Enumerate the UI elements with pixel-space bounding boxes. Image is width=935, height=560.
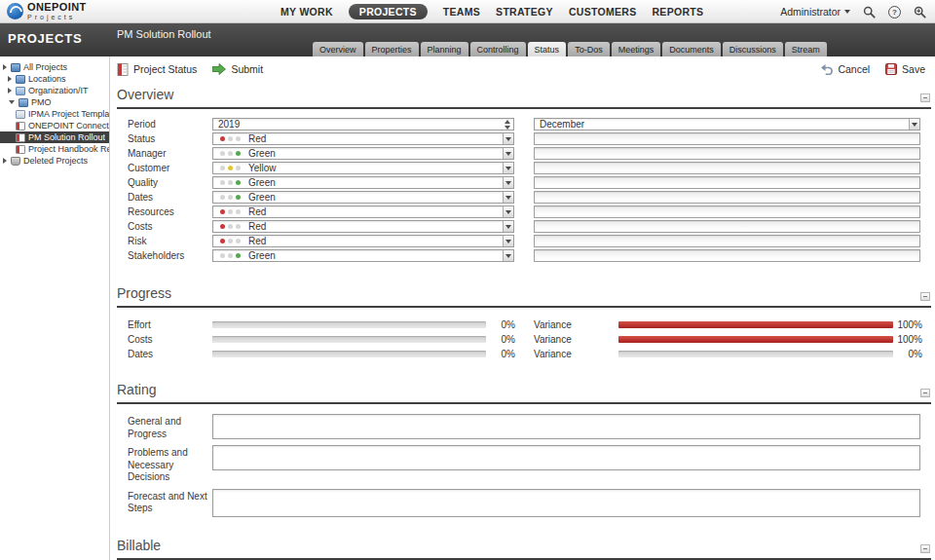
problems-and-necessary-decisions-textarea[interactable] (212, 445, 920, 470)
nav-teams[interactable]: TEAMS (443, 6, 480, 18)
sidebar-item-ipma-project-template[interactable]: IPMA Project Template (0, 108, 109, 120)
sidebar-item-locations[interactable]: Locations (0, 73, 109, 85)
onepoint-logo[interactable]: ONEPOINT Projects (0, 2, 87, 20)
forecast-and-next-steps-textarea[interactable] (212, 489, 920, 517)
dropdown-arrow-icon[interactable] (503, 177, 513, 188)
tab-controlling[interactable]: Controlling (470, 42, 526, 56)
collapse-billable-button[interactable] (920, 544, 930, 553)
chevron-down-icon (844, 10, 850, 14)
sidebar-item-onepoint-connect[interactable]: ONEPOINT Connect (0, 120, 109, 131)
variance-percent: 100% (897, 334, 922, 345)
collapse-rating-button[interactable] (920, 389, 930, 397)
dropdown-arrow-icon[interactable] (503, 133, 513, 144)
nav-projects[interactable]: PROJECTS (349, 4, 428, 19)
expander-icon[interactable] (3, 158, 7, 164)
nav-customers[interactable]: CUSTOMERS (569, 6, 637, 18)
sidebar-item-label: Project Handbook Revision (28, 144, 109, 154)
dropdown-arrow-icon[interactable] (503, 192, 513, 203)
manager-select[interactable]: Green (212, 147, 514, 160)
effort-variance-bar (618, 321, 893, 328)
resources-comment-input[interactable] (534, 205, 920, 218)
dropdown-arrow-icon[interactable] (503, 236, 513, 246)
quality-comment-input[interactable] (534, 176, 920, 189)
field-label: Manager (117, 148, 212, 159)
period-month-select[interactable]: December (534, 118, 920, 131)
sidebar-item-project-handbook-revision[interactable]: Project Handbook Revision (0, 143, 109, 155)
progress-row-dates: Dates0%Variance0% (117, 347, 935, 361)
sidebar-item-organization-it[interactable]: Organization/IT (0, 85, 109, 96)
collapse-progress-button[interactable] (920, 292, 930, 301)
dates-select[interactable]: Green (212, 191, 514, 204)
project-status-button[interactable]: Project Status (117, 63, 197, 76)
manager-comment-input[interactable] (534, 147, 920, 160)
traffic-light-icon (220, 136, 241, 141)
sidebar-item-deleted-projects[interactable]: Deleted Projects (0, 155, 109, 167)
spinner-arrows-icon[interactable] (505, 119, 510, 130)
save-button[interactable]: Save (885, 63, 925, 75)
customer-comment-input[interactable] (534, 162, 920, 174)
cancel-button[interactable]: Cancel (820, 63, 870, 75)
dropdown-arrow-icon[interactable] (503, 163, 513, 173)
user-menu[interactable]: Administrator (780, 6, 850, 18)
submit-button[interactable]: Submit (212, 63, 263, 75)
nav-strategy[interactable]: STRATEGY (496, 6, 553, 18)
effort-progress-bar (212, 321, 486, 328)
expander-icon[interactable] (8, 76, 12, 82)
progress-row-costs: Costs0%Variance100% (117, 332, 935, 347)
general-and-progress-textarea[interactable] (212, 414, 920, 439)
expander-icon[interactable] (8, 88, 12, 93)
sidebar-item-pm-solution-rollout[interactable]: PM Solution Rollout (0, 131, 109, 143)
select-value: Red (248, 236, 266, 246)
tab-meetings[interactable]: Meetings (612, 42, 661, 56)
tab-to-dos[interactable]: To-Dos (568, 42, 610, 56)
dropdown-arrow-icon[interactable] (503, 250, 513, 261)
resources-select[interactable]: Red (212, 205, 514, 218)
toolbar: Project Status Submit Cancel Save (110, 56, 935, 82)
tab-stream[interactable]: Stream (785, 42, 827, 56)
period-row: Period 2019 December (117, 117, 935, 131)
collapse-overview-button[interactable] (920, 93, 930, 102)
dates-comment-input[interactable] (534, 191, 920, 204)
project-status-label: Project Status (133, 63, 197, 75)
search-icon[interactable] (863, 6, 876, 19)
status-comment-input[interactable] (534, 132, 920, 145)
dropdown-arrow-icon[interactable] (909, 119, 919, 130)
progress-percent: 0% (490, 349, 515, 359)
sidebar-item-all-projects[interactable]: All Projects (0, 61, 109, 73)
main-panel: Project Status Submit Cancel Save (110, 56, 935, 560)
tab-overview[interactable]: Overview (313, 42, 363, 56)
select-value: Red (248, 206, 266, 217)
overview-section-title: Overview (117, 87, 173, 102)
stakeholders-comment-input[interactable] (534, 249, 920, 262)
app-window: ONEPOINT Projects MY WORKPROJECTSTEAMSST… (0, 0, 935, 560)
costs-comment-input[interactable] (534, 220, 920, 233)
sidebar-item-label: Deleted Projects (23, 156, 88, 166)
dropdown-arrow-icon[interactable] (503, 206, 513, 217)
risk-select[interactable]: Red (212, 235, 514, 247)
project-tabs: OverviewPropertiesPlanningControllingSta… (313, 42, 827, 56)
sidebar-item-label: Locations (28, 74, 66, 84)
dropdown-arrow-icon[interactable] (503, 148, 513, 159)
tab-status[interactable]: Status (528, 42, 567, 56)
tab-planning[interactable]: Planning (421, 42, 468, 56)
sidebar-item-pmo[interactable]: PMO (0, 96, 109, 108)
customer-select[interactable]: Yellow (212, 162, 514, 174)
expander-icon[interactable] (9, 100, 15, 104)
risk-comment-input[interactable] (534, 235, 920, 247)
stakeholders-select[interactable]: Green (212, 249, 514, 262)
nav-my-work[interactable]: MY WORK (280, 6, 333, 18)
quality-select[interactable]: Green (212, 176, 514, 189)
dropdown-arrow-icon[interactable] (503, 221, 513, 232)
help-icon[interactable]: ? (888, 6, 901, 19)
tab-documents[interactable]: Documents (662, 42, 721, 56)
zoom-icon[interactable] (914, 6, 926, 19)
period-year-spinner[interactable]: 2019 (212, 118, 514, 131)
progress-percent: 0% (490, 334, 515, 345)
select-value: Red (248, 133, 266, 144)
tab-properties[interactable]: Properties (365, 42, 419, 56)
nav-reports[interactable]: REPORTS (652, 6, 703, 18)
costs-select[interactable]: Red (212, 220, 514, 233)
tab-discussions[interactable]: Discussions (723, 42, 783, 56)
expander-icon[interactable] (3, 64, 7, 70)
status-select[interactable]: Red (212, 132, 514, 145)
